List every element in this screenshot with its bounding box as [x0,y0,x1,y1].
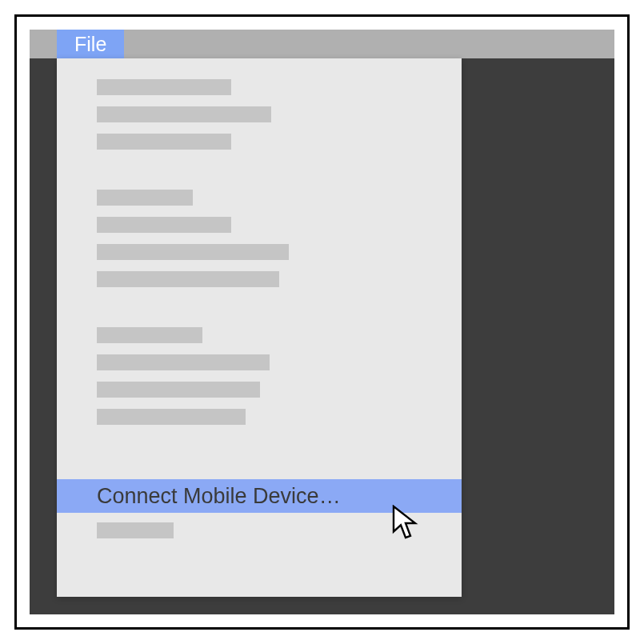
menu-item-placeholder[interactable] [97,327,202,343]
menu-group-3 [57,306,462,444]
menu-group-2 [57,169,462,306]
file-dropdown: Connect Mobile Device… [57,58,462,597]
menu-item-connect-mobile-device[interactable]: Connect Mobile Device… [57,479,462,513]
menu-file-label: File [74,33,106,56]
menu-item-placeholder[interactable] [97,79,231,95]
menu-item-label: Connect Mobile Device… [97,484,341,509]
menu-item-placeholder[interactable] [97,134,231,150]
menu-item-placeholder[interactable] [97,244,289,260]
menu-item-placeholder[interactable] [97,409,246,425]
app-shell: File Connect Mobile De [30,30,614,614]
menu-group-4 [57,518,462,558]
menu-item-placeholder[interactable] [97,382,260,398]
menu-file[interactable]: File [57,30,124,58]
menu-item-placeholder[interactable] [97,354,270,370]
menu-item-placeholder[interactable] [97,271,279,287]
menu-item-placeholder[interactable] [97,217,231,233]
window-frame: File Connect Mobile De [14,14,630,630]
menu-item-placeholder[interactable] [97,106,271,122]
menu-group-1 [57,58,462,169]
menu-item-placeholder[interactable] [97,522,174,538]
menu-bar: File [30,30,614,58]
menu-item-placeholder[interactable] [97,190,193,206]
